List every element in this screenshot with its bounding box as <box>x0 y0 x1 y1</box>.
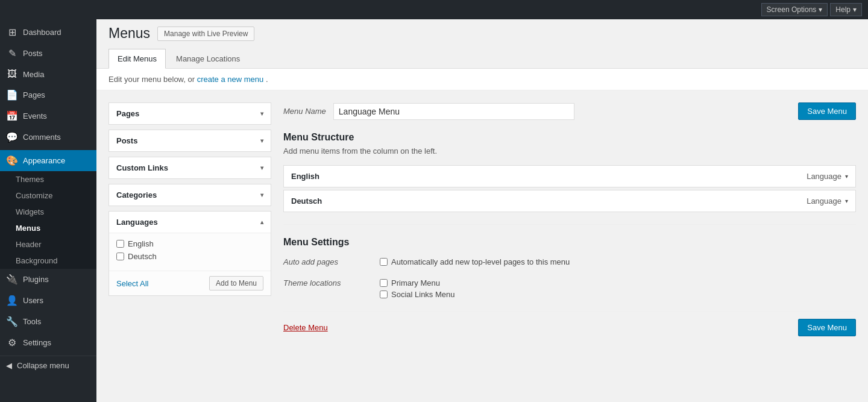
tabs: Edit Menus Manage Locations <box>108 49 856 68</box>
primary-menu-checkbox-label[interactable]: Primary Menu <box>380 278 856 287</box>
accordion-categories: Categories ▾ <box>108 184 271 206</box>
pages-icon: 📄 <box>6 89 18 101</box>
accordion-custom-links-header[interactable]: Custom Links ▾ <box>109 157 271 178</box>
save-menu-button-bottom[interactable]: Save Menu <box>798 319 856 336</box>
chevron-down-icon: ▾ <box>819 5 822 14</box>
accordion-languages-header[interactable]: Languages ▴ <box>109 212 271 233</box>
menu-structure-title: Menu Structure <box>283 132 856 143</box>
notice-bar: Edit your menu below, or create a new me… <box>96 69 868 90</box>
sidebar-item-users[interactable]: 👤 Users <box>0 290 96 311</box>
menu-name-row: Menu Name Save Menu <box>283 102 856 120</box>
sidebar-item-themes[interactable]: Themes <box>0 171 96 187</box>
menu-item-english: English Language ▾ <box>283 165 856 187</box>
menu-name-label: Menu Name <box>283 107 326 116</box>
sidebar-item-media[interactable]: 🖼 Media <box>0 64 96 84</box>
sidebar: ⊞ Dashboard ✎ Posts 🖼 Media 📄 Pages 📅 Ev… <box>0 19 96 402</box>
create-new-menu-link[interactable]: create a new menu <box>197 75 264 84</box>
sidebar-item-events[interactable]: 📅 Events <box>0 105 96 127</box>
accordion-languages-footer: Select All Add to Menu <box>109 271 271 295</box>
theme-locations-row: Theme locations Primary Menu Social Link… <box>283 278 856 301</box>
two-column-layout: Pages ▾ Posts ▾ Custom Links ▾ <box>96 90 868 348</box>
delete-menu-link[interactable]: Delete Menu <box>283 323 328 332</box>
sidebar-item-background[interactable]: Background <box>0 253 96 269</box>
chevron-down-icon: ▾ <box>260 165 263 171</box>
appearance-icon: 🎨 <box>6 155 18 166</box>
social-links-menu-checkbox-label[interactable]: Social Links Menu <box>380 290 856 299</box>
select-all-link[interactable]: Select All <box>116 279 148 288</box>
chevron-down-icon: ▾ <box>260 110 263 117</box>
main-content: Menus Manage with Live Preview Edit Menu… <box>96 19 868 402</box>
checkbox-deutsch-item[interactable]: Deutsch <box>116 252 263 261</box>
bottom-footer: Delete Menu Save Menu <box>283 311 856 336</box>
accordion-languages: Languages ▴ English Deutsch <box>108 211 271 296</box>
add-to-menu-button[interactable]: Add to Menu <box>209 276 263 291</box>
accordion-posts-header[interactable]: Posts ▾ <box>109 130 271 151</box>
right-panel: Menu Name Save Menu Menu Structure Add m… <box>283 102 856 336</box>
settings-icon: ⚙ <box>6 337 18 348</box>
tab-manage-locations[interactable]: Manage Locations <box>167 49 249 68</box>
comments-icon: 💬 <box>6 131 18 143</box>
top-bar: Screen Options ▾ Help ▾ <box>0 0 868 19</box>
screen-options-button[interactable]: Screen Options ▾ <box>761 3 828 16</box>
chevron-down-icon: ▾ <box>260 192 263 198</box>
sidebar-item-pages[interactable]: 📄 Pages <box>0 84 96 105</box>
auto-add-pages-checkbox-label[interactable]: Automatically add new top-level pages to… <box>380 257 856 266</box>
chevron-up-icon: ▴ <box>260 219 263 225</box>
accordion-custom-links: Custom Links ▾ <box>108 157 271 179</box>
sidebar-item-appearance[interactable]: 🎨 Appearance <box>0 150 96 171</box>
auto-add-pages-row: Auto add pages Automatically add new top… <box>283 257 856 269</box>
collapse-icon: ◀ <box>6 361 12 370</box>
plugins-icon: 🔌 <box>6 274 18 285</box>
page-header: Menus Manage with Live Preview Edit Menu… <box>96 19 868 69</box>
checkbox-english-item[interactable]: English <box>116 239 263 248</box>
sidebar-item-settings[interactable]: ⚙ Settings <box>0 332 96 353</box>
auto-add-pages-content: Automatically add new top-level pages to… <box>380 257 856 269</box>
sidebar-item-customize[interactable]: Customize <box>0 187 96 204</box>
menu-name-input[interactable] <box>333 103 574 120</box>
sidebar-item-header[interactable]: Header <box>0 236 96 253</box>
dashboard-icon: ⊞ <box>6 27 18 38</box>
accordion-languages-body: English Deutsch <box>109 233 271 271</box>
accordion-pages-header[interactable]: Pages ▾ <box>109 103 271 124</box>
checkbox-english[interactable] <box>116 240 124 248</box>
chevron-down-icon: ▾ <box>853 5 857 14</box>
primary-menu-checkbox[interactable] <box>380 279 388 287</box>
menu-item-deutsch: Deutsch Language ▾ <box>283 190 856 212</box>
left-panel: Pages ▾ Posts ▾ Custom Links ▾ <box>108 102 271 336</box>
sidebar-item-posts[interactable]: ✎ Posts <box>0 43 96 64</box>
events-icon: 📅 <box>6 110 18 122</box>
sidebar-item-plugins[interactable]: 🔌 Plugins <box>0 269 96 290</box>
accordion-pages: Pages ▾ <box>108 102 271 125</box>
sidebar-item-tools[interactable]: 🔧 Tools <box>0 311 96 332</box>
sidebar-appearance-submenu: Themes Customize Widgets Menus Header Ba… <box>0 171 96 269</box>
menu-item-english-type[interactable]: Language ▾ <box>807 172 848 181</box>
help-button[interactable]: Help ▾ <box>830 3 862 16</box>
sidebar-item-comments[interactable]: 💬 Comments <box>0 127 96 148</box>
menu-item-deutsch-type[interactable]: Language ▾ <box>807 196 848 206</box>
divider <box>283 224 856 225</box>
sidebar-item-widgets[interactable]: Widgets <box>0 204 96 220</box>
theme-locations-content: Primary Menu Social Links Menu <box>380 278 856 301</box>
live-preview-button[interactable]: Manage with Live Preview <box>157 27 254 41</box>
auto-add-pages-label: Auto add pages <box>283 257 368 269</box>
theme-locations-label: Theme locations <box>283 278 368 301</box>
tab-edit-menus[interactable]: Edit Menus <box>108 49 166 69</box>
social-links-menu-checkbox[interactable] <box>380 291 388 298</box>
tools-icon: 🔧 <box>6 316 18 327</box>
save-menu-button-top[interactable]: Save Menu <box>798 102 856 120</box>
auto-add-pages-checkbox[interactable] <box>380 258 388 266</box>
users-icon: 👤 <box>6 295 18 306</box>
chevron-down-icon: ▾ <box>845 173 848 180</box>
media-icon: 🖼 <box>6 69 18 80</box>
chevron-down-icon: ▾ <box>260 137 263 144</box>
sidebar-item-menus[interactable]: Menus <box>0 220 96 236</box>
menu-settings-title: Menu Settings <box>283 237 856 248</box>
checkbox-deutsch[interactable] <box>116 253 124 260</box>
accordion-posts: Posts ▾ <box>108 130 271 152</box>
accordion-categories-header[interactable]: Categories ▾ <box>109 184 271 206</box>
collapse-menu-button[interactable]: ◀ Collapse menu <box>0 356 96 375</box>
posts-icon: ✎ <box>6 48 18 59</box>
sidebar-appearance-parent: 🎨 Appearance <box>0 150 96 171</box>
sidebar-item-dashboard[interactable]: ⊞ Dashboard <box>0 22 96 43</box>
page-title: Menus <box>108 25 150 42</box>
